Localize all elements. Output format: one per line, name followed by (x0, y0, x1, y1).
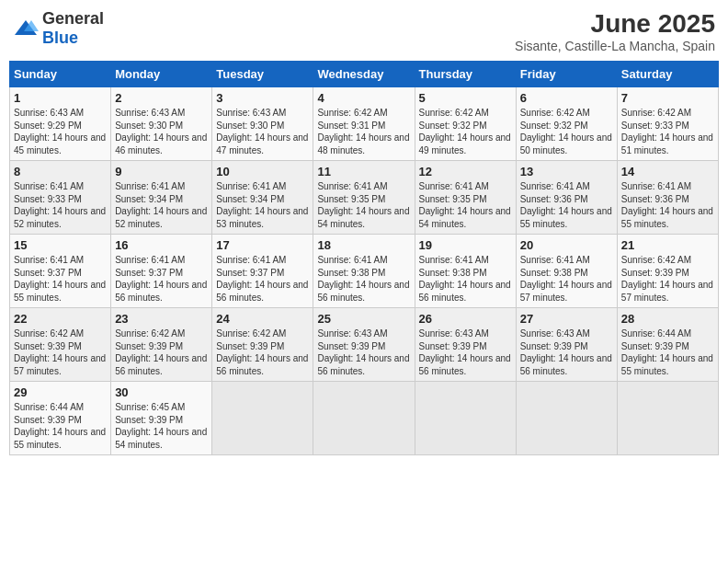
cell-info: Sunrise: 6:41 AM Sunset: 9:38 PM Dayligh… (317, 254, 410, 304)
calendar-week-row: 22Sunrise: 6:42 AM Sunset: 9:39 PM Dayli… (10, 308, 719, 382)
day-number: 4 (317, 91, 410, 105)
calendar-cell (313, 382, 415, 455)
cell-info: Sunrise: 6:44 AM Sunset: 9:39 PM Dayligh… (14, 401, 107, 451)
cell-info: Sunrise: 6:42 AM Sunset: 9:39 PM Dayligh… (621, 254, 714, 304)
day-number: 19 (419, 238, 512, 252)
weekday-header: Thursday (415, 62, 516, 87)
calendar-cell: 15Sunrise: 6:41 AM Sunset: 9:37 PM Dayli… (10, 235, 111, 308)
calendar-cell: 27Sunrise: 6:43 AM Sunset: 9:39 PM Dayli… (516, 308, 617, 382)
day-number: 30 (115, 385, 208, 399)
calendar-cell: 3Sunrise: 6:43 AM Sunset: 9:30 PM Daylig… (212, 87, 313, 161)
calendar-cell: 23Sunrise: 6:42 AM Sunset: 9:39 PM Dayli… (111, 308, 212, 382)
day-number: 11 (317, 165, 410, 178)
day-number: 20 (520, 238, 613, 252)
day-number: 27 (520, 312, 613, 326)
cell-info: Sunrise: 6:41 AM Sunset: 9:34 PM Dayligh… (115, 180, 208, 230)
calendar-cell: 11Sunrise: 6:41 AM Sunset: 9:35 PM Dayli… (313, 161, 415, 235)
weekday-header: Monday (111, 62, 212, 87)
cell-info: Sunrise: 6:43 AM Sunset: 9:30 PM Dayligh… (216, 107, 309, 156)
cell-info: Sunrise: 6:41 AM Sunset: 9:37 PM Dayligh… (115, 254, 208, 304)
cell-info: Sunrise: 6:44 AM Sunset: 9:39 PM Dayligh… (621, 327, 714, 377)
weekday-header-row: SundayMondayTuesdayWednesdayThursdayFrid… (10, 62, 719, 87)
day-number: 5 (419, 91, 512, 105)
calendar-cell: 30Sunrise: 6:45 AM Sunset: 9:39 PM Dayli… (111, 382, 212, 455)
day-number: 23 (115, 312, 208, 326)
day-number: 22 (14, 312, 107, 326)
calendar-cell: 1Sunrise: 6:43 AM Sunset: 9:29 PM Daylig… (10, 87, 111, 161)
day-number: 9 (115, 165, 208, 178)
logo-blue: Blue (42, 29, 78, 47)
cell-info: Sunrise: 6:42 AM Sunset: 9:39 PM Dayligh… (216, 327, 309, 377)
calendar-cell: 12Sunrise: 6:41 AM Sunset: 9:35 PM Dayli… (415, 161, 516, 235)
cell-info: Sunrise: 6:42 AM Sunset: 9:32 PM Dayligh… (520, 107, 613, 156)
day-number: 17 (216, 238, 309, 252)
day-number: 2 (115, 91, 208, 105)
day-number: 6 (520, 91, 613, 105)
calendar-cell (516, 382, 617, 455)
logo-icon (13, 18, 39, 39)
logo: General Blue (13, 9, 104, 48)
day-number: 21 (621, 238, 714, 252)
calendar-table: SundayMondayTuesdayWednesdayThursdayFrid… (9, 61, 719, 455)
calendar-cell: 21Sunrise: 6:42 AM Sunset: 9:39 PM Dayli… (617, 235, 718, 308)
calendar-cell: 22Sunrise: 6:42 AM Sunset: 9:39 PM Dayli… (10, 308, 111, 382)
day-number: 3 (216, 91, 309, 105)
cell-info: Sunrise: 6:41 AM Sunset: 9:37 PM Dayligh… (14, 254, 107, 304)
calendar-cell (415, 382, 516, 455)
title-area: June 2025 Sisante, Castille-La Mancha, S… (515, 9, 715, 53)
calendar-cell: 13Sunrise: 6:41 AM Sunset: 9:36 PM Dayli… (516, 161, 617, 235)
cell-info: Sunrise: 6:42 AM Sunset: 9:33 PM Dayligh… (621, 107, 714, 156)
cell-info: Sunrise: 6:43 AM Sunset: 9:39 PM Dayligh… (419, 327, 512, 377)
calendar-cell: 26Sunrise: 6:43 AM Sunset: 9:39 PM Dayli… (415, 308, 516, 382)
cell-info: Sunrise: 6:43 AM Sunset: 9:39 PM Dayligh… (520, 327, 613, 377)
day-number: 12 (419, 165, 512, 178)
calendar-cell: 20Sunrise: 6:41 AM Sunset: 9:38 PM Dayli… (516, 235, 617, 308)
day-number: 8 (14, 165, 107, 178)
weekday-header: Wednesday (313, 62, 415, 87)
calendar-cell: 28Sunrise: 6:44 AM Sunset: 9:39 PM Dayli… (617, 308, 718, 382)
weekday-header: Sunday (10, 62, 111, 87)
day-number: 15 (14, 238, 107, 252)
calendar-cell: 17Sunrise: 6:41 AM Sunset: 9:37 PM Dayli… (212, 235, 313, 308)
calendar-week-row: 1Sunrise: 6:43 AM Sunset: 9:29 PM Daylig… (10, 87, 719, 161)
logo-general: General (42, 9, 104, 28)
cell-info: Sunrise: 6:42 AM Sunset: 9:39 PM Dayligh… (115, 327, 208, 377)
weekday-header: Tuesday (212, 62, 313, 87)
day-number: 29 (14, 385, 107, 399)
calendar-cell: 4Sunrise: 6:42 AM Sunset: 9:31 PM Daylig… (313, 87, 415, 161)
cell-info: Sunrise: 6:41 AM Sunset: 9:36 PM Dayligh… (520, 180, 613, 230)
cell-info: Sunrise: 6:42 AM Sunset: 9:31 PM Dayligh… (317, 107, 410, 156)
header: General Blue June 2025 Sisante, Castille… (9, 9, 719, 53)
cell-info: Sunrise: 6:41 AM Sunset: 9:35 PM Dayligh… (317, 180, 410, 230)
calendar-cell: 19Sunrise: 6:41 AM Sunset: 9:38 PM Dayli… (415, 235, 516, 308)
calendar-cell: 29Sunrise: 6:44 AM Sunset: 9:39 PM Dayli… (10, 382, 111, 455)
day-number: 7 (621, 91, 714, 105)
cell-info: Sunrise: 6:42 AM Sunset: 9:32 PM Dayligh… (419, 107, 512, 156)
weekday-header: Friday (516, 62, 617, 87)
calendar-week-row: 15Sunrise: 6:41 AM Sunset: 9:37 PM Dayli… (10, 235, 719, 308)
day-number: 13 (520, 165, 613, 178)
calendar-cell: 16Sunrise: 6:41 AM Sunset: 9:37 PM Dayli… (111, 235, 212, 308)
calendar-cell: 7Sunrise: 6:42 AM Sunset: 9:33 PM Daylig… (617, 87, 718, 161)
cell-info: Sunrise: 6:41 AM Sunset: 9:35 PM Dayligh… (419, 180, 512, 230)
cell-info: Sunrise: 6:41 AM Sunset: 9:36 PM Dayligh… (621, 180, 714, 230)
cell-info: Sunrise: 6:43 AM Sunset: 9:29 PM Dayligh… (14, 107, 107, 156)
day-number: 26 (419, 312, 512, 326)
day-number: 18 (317, 238, 410, 252)
calendar-cell: 10Sunrise: 6:41 AM Sunset: 9:34 PM Dayli… (212, 161, 313, 235)
subtitle: Sisante, Castille-La Mancha, Spain (515, 39, 715, 53)
calendar-cell: 25Sunrise: 6:43 AM Sunset: 9:39 PM Dayli… (313, 308, 415, 382)
calendar-cell: 24Sunrise: 6:42 AM Sunset: 9:39 PM Dayli… (212, 308, 313, 382)
calendar-week-row: 29Sunrise: 6:44 AM Sunset: 9:39 PM Dayli… (10, 382, 719, 455)
cell-info: Sunrise: 6:43 AM Sunset: 9:30 PM Dayligh… (115, 107, 208, 156)
cell-info: Sunrise: 6:43 AM Sunset: 9:39 PM Dayligh… (317, 327, 410, 377)
calendar-cell: 18Sunrise: 6:41 AM Sunset: 9:38 PM Dayli… (313, 235, 415, 308)
cell-info: Sunrise: 6:42 AM Sunset: 9:39 PM Dayligh… (14, 327, 107, 377)
calendar-week-row: 8Sunrise: 6:41 AM Sunset: 9:33 PM Daylig… (10, 161, 719, 235)
weekday-header: Saturday (617, 62, 718, 87)
cell-info: Sunrise: 6:41 AM Sunset: 9:38 PM Dayligh… (419, 254, 512, 304)
calendar-cell (617, 382, 718, 455)
day-number: 16 (115, 238, 208, 252)
calendar-cell: 8Sunrise: 6:41 AM Sunset: 9:33 PM Daylig… (10, 161, 111, 235)
day-number: 14 (621, 165, 714, 178)
